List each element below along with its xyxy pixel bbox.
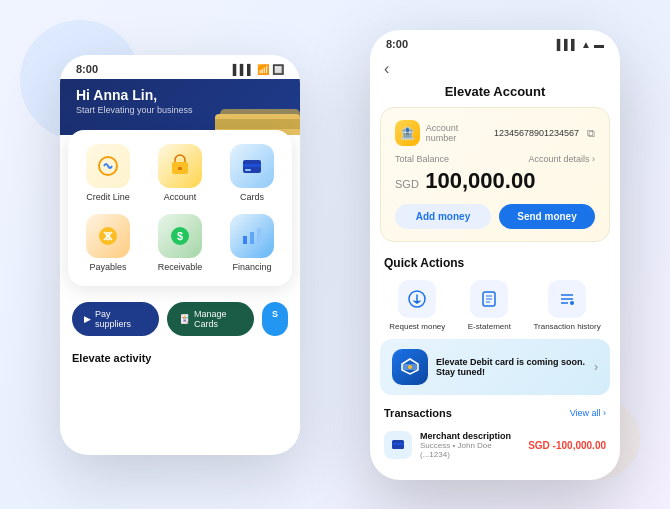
greeting-hi: Hi Anna Lin, bbox=[76, 87, 284, 103]
phone-right: 8:00 ▌▌▌ ▲ ▬ ‹ Elevate Account 🏦 Account… bbox=[370, 30, 620, 480]
wifi-icon: 📶 bbox=[257, 64, 269, 75]
action-account[interactable]: Account bbox=[150, 144, 210, 202]
quick-action-history[interactable]: Transaction history bbox=[533, 280, 600, 331]
history-icon bbox=[548, 280, 586, 318]
notification-banner[interactable]: Elevate Debit card is coming soon. Stay … bbox=[380, 339, 610, 395]
action-credit-line[interactable]: Credit Line bbox=[78, 144, 138, 202]
account-buttons: Add money Send money bbox=[395, 204, 595, 229]
left-status-time: 8:00 bbox=[76, 63, 98, 75]
left-status-icons: ▌▌▌ 📶 🔲 bbox=[233, 64, 284, 75]
svg-rect-10 bbox=[243, 236, 247, 244]
credit-line-label: Credit Line bbox=[86, 192, 130, 202]
account-card-icon: 🏦 bbox=[395, 120, 420, 146]
manage-cards-label: Manage Cards bbox=[194, 309, 242, 329]
receivable-icon: $ bbox=[158, 214, 202, 258]
transaction-amount: SGD -100,000.00 bbox=[528, 440, 606, 451]
pay-suppliers-label: Pay suppliers bbox=[95, 309, 147, 329]
account-icon bbox=[158, 144, 202, 188]
add-money-button[interactable]: Add money bbox=[395, 204, 491, 229]
svg-text:$: $ bbox=[177, 230, 183, 242]
account-number-label: Account number bbox=[426, 123, 488, 143]
svg-rect-11 bbox=[250, 232, 254, 244]
play-icon: ▶ bbox=[84, 314, 91, 324]
action-receivable[interactable]: $ Receivable bbox=[150, 214, 210, 272]
greeting-sub: Start Elevating your business bbox=[76, 105, 284, 115]
svg-point-21 bbox=[570, 301, 574, 305]
total-balance-label: Total Balance bbox=[395, 154, 449, 164]
transaction-sub: Success • John Doe (...1234) bbox=[420, 441, 520, 459]
right-header: ‹ bbox=[370, 54, 620, 84]
transaction-name: Merchant description bbox=[420, 431, 520, 441]
account-number-row: 🏦 Account number 12345678901234567 ⧉ bbox=[395, 120, 595, 146]
balance-amount: 100,000.00 bbox=[425, 168, 535, 193]
transaction-info: Merchant description Success • John Doe … bbox=[420, 431, 520, 459]
svg-rect-5 bbox=[245, 169, 251, 171]
bottom-buttons: ▶ Pay suppliers 🃏 Manage Cards S bbox=[60, 294, 300, 344]
action-payables[interactable]: $ Payables bbox=[78, 214, 138, 272]
notification-text: Elevate Debit card is coming soon. Stay … bbox=[436, 357, 586, 377]
right-wifi-icon: ▲ bbox=[581, 39, 591, 50]
greeting-block: Hi Anna Lin, Start Elevating your busine… bbox=[76, 87, 284, 115]
action-cards[interactable]: Cards bbox=[222, 144, 282, 202]
card-sm-icon: 🃏 bbox=[179, 314, 190, 324]
quick-action-estatement[interactable]: E-statement bbox=[468, 280, 511, 331]
transaction-item: Merchant description Success • John Doe … bbox=[370, 425, 620, 465]
svg-rect-4 bbox=[243, 164, 261, 167]
transaction-icon bbox=[384, 431, 412, 459]
svg-point-23 bbox=[408, 365, 412, 369]
request-money-label: Request money bbox=[389, 322, 445, 331]
financing-icon bbox=[230, 214, 274, 258]
credit-line-icon bbox=[86, 144, 130, 188]
quick-actions-popup: Credit Line Account Cards bbox=[68, 130, 292, 286]
battery-icon: 🔲 bbox=[272, 64, 284, 75]
svg-rect-25 bbox=[392, 443, 404, 445]
back-button[interactable]: ‹ bbox=[384, 60, 389, 78]
signal-icon: ▌▌▌ bbox=[233, 64, 254, 75]
account-number-value: 12345678901234567 bbox=[494, 128, 579, 138]
balance-currency: SGD bbox=[395, 178, 419, 190]
elevate-activity-title: Elevate activity bbox=[60, 344, 300, 368]
send-money-button[interactable]: Send money bbox=[499, 204, 595, 229]
transactions-header: Transactions View all › bbox=[370, 403, 620, 425]
financing-label: Financing bbox=[232, 262, 271, 272]
account-card: 🏦 Account number 12345678901234567 ⧉ Tot… bbox=[380, 107, 610, 242]
phone-header-bg: Hi Anna Lin, Start Elevating your busine… bbox=[60, 79, 300, 135]
quick-actions-title: Quick Actions bbox=[370, 250, 620, 276]
balance-display: SGD 100,000.00 bbox=[395, 168, 595, 194]
quick-actions-row: Request money E-statement Transaction hi… bbox=[370, 276, 620, 339]
right-status-time: 8:00 bbox=[386, 38, 408, 50]
account-details-link[interactable]: Account details › bbox=[528, 154, 595, 164]
action-financing[interactable]: Financing bbox=[222, 214, 282, 272]
phone-left: 8:00 ▌▌▌ 📶 🔲 Hi Anna Lin, Start Elevatin… bbox=[60, 55, 300, 455]
payables-label: Payables bbox=[89, 262, 126, 272]
copy-icon[interactable]: ⧉ bbox=[587, 127, 595, 140]
transactions-title: Transactions bbox=[384, 407, 452, 419]
left-status-bar: 8:00 ▌▌▌ 📶 🔲 bbox=[60, 55, 300, 79]
payables-icon: $ bbox=[86, 214, 130, 258]
svg-rect-2 bbox=[178, 167, 182, 170]
svg-rect-12 bbox=[257, 228, 261, 244]
estatement-icon bbox=[470, 280, 508, 318]
manage-cards-button[interactable]: 🃏 Manage Cards bbox=[167, 302, 254, 336]
cards-label: Cards bbox=[240, 192, 264, 202]
view-all-link[interactable]: View all › bbox=[570, 408, 606, 418]
right-battery-icon: ▬ bbox=[594, 39, 604, 50]
balance-row: Total Balance Account details › bbox=[395, 154, 595, 164]
cards-icon bbox=[230, 144, 274, 188]
phones-container: 8:00 ▌▌▌ 📶 🔲 Hi Anna Lin, Start Elevatin… bbox=[0, 0, 670, 509]
receivable-label: Receivable bbox=[158, 262, 203, 272]
action-grid: Credit Line Account Cards bbox=[78, 144, 282, 272]
quick-action-request-money[interactable]: Request money bbox=[389, 280, 445, 331]
request-money-icon bbox=[398, 280, 436, 318]
right-status-icons: ▌▌▌ ▲ ▬ bbox=[557, 39, 604, 50]
notification-arrow-icon: › bbox=[594, 360, 598, 374]
s-button[interactable]: S bbox=[262, 302, 288, 336]
right-page-title: Elevate Account bbox=[370, 84, 620, 107]
pay-suppliers-button[interactable]: ▶ Pay suppliers bbox=[72, 302, 159, 336]
right-status-bar: 8:00 ▌▌▌ ▲ ▬ bbox=[370, 30, 620, 54]
notification-icon bbox=[392, 349, 428, 385]
account-label: Account bbox=[164, 192, 197, 202]
notification-title: Elevate Debit card is coming soon. Stay … bbox=[436, 357, 586, 377]
right-signal-icon: ▌▌▌ bbox=[557, 39, 578, 50]
estatement-label: E-statement bbox=[468, 322, 511, 331]
